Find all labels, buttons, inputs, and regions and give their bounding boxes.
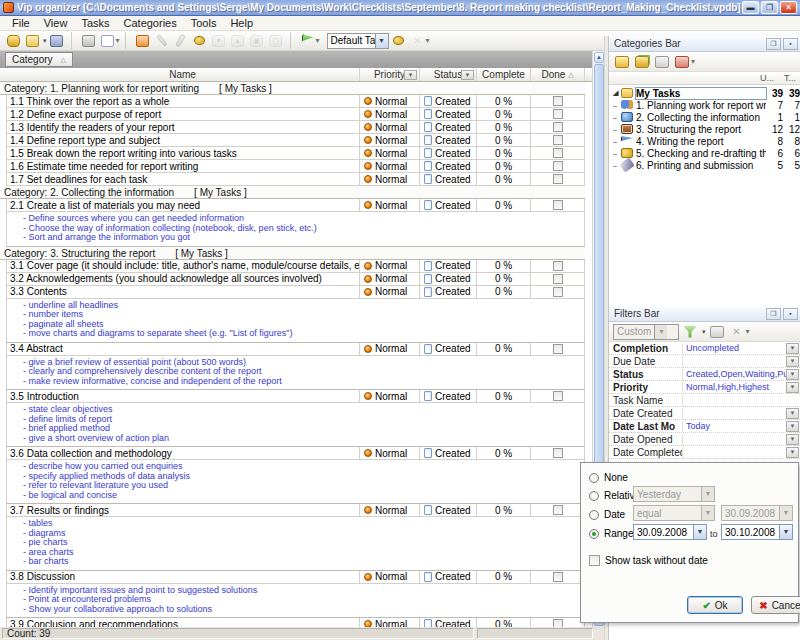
option-range[interactable]: Range bbox=[589, 528, 633, 539]
status-filter-icon[interactable]: ▼ bbox=[461, 70, 474, 80]
column-header-complete[interactable]: Complete bbox=[477, 68, 531, 81]
table-row[interactable]: 3.1 Cover page (it should include: title… bbox=[6, 260, 585, 273]
table-row[interactable]: 1.7 Set deadlines for each taskNormalCre… bbox=[6, 173, 585, 186]
done-checkbox[interactable] bbox=[553, 261, 563, 271]
collapse-panel-icon[interactable]: ▪ bbox=[783, 308, 798, 320]
task-name-cell[interactable]: 3.2 Acknowledgements (you should acknowl… bbox=[6, 273, 360, 285]
table-row[interactable]: 3.8 DiscussionNormalCreated0 % bbox=[6, 571, 585, 584]
done-checkbox[interactable] bbox=[553, 122, 563, 132]
range-to-value[interactable]: 30.10.2008 bbox=[722, 527, 779, 538]
task-status-cell[interactable]: Created bbox=[420, 121, 477, 133]
move-up-button[interactable]: ▲ bbox=[229, 32, 247, 49]
print-button[interactable] bbox=[80, 32, 98, 49]
done-checkbox[interactable] bbox=[553, 287, 563, 297]
task-done-cell[interactable] bbox=[531, 108, 585, 120]
filter-row-date-created[interactable]: Date Created▼ bbox=[609, 407, 800, 420]
task-priority-cell[interactable]: Normal bbox=[360, 199, 420, 211]
radio-icon[interactable] bbox=[589, 510, 599, 520]
chevron-down-icon[interactable]: ▼ bbox=[779, 525, 792, 539]
close-button[interactable]: ✕ bbox=[780, 1, 797, 14]
table-row[interactable]: 3.6 Data collection and methodologyNorma… bbox=[6, 447, 585, 460]
filter-row-task-name[interactable]: Task Name bbox=[609, 394, 800, 407]
task-priority-cell[interactable]: Normal bbox=[360, 108, 420, 120]
task-status-cell[interactable]: Created bbox=[420, 260, 477, 272]
task-name-cell[interactable]: 3.1 Cover page (it should include: title… bbox=[6, 260, 360, 272]
table-row[interactable]: 1.1 Think over the report as a wholeNorm… bbox=[6, 95, 585, 108]
task-done-cell[interactable] bbox=[531, 199, 585, 211]
task-status-cell[interactable]: Created bbox=[420, 343, 477, 355]
task-priority-cell[interactable]: Normal bbox=[360, 571, 420, 583]
task-priority-cell[interactable]: Normal bbox=[360, 273, 420, 285]
chevron-down-icon[interactable]: ▼ bbox=[786, 447, 799, 458]
task-name-cell[interactable]: 3.9 Conclusion and recommendations bbox=[6, 618, 360, 627]
task-done-cell[interactable] bbox=[531, 390, 585, 402]
task-name-cell[interactable]: 3.5 Introduction bbox=[6, 390, 360, 402]
done-checkbox[interactable] bbox=[553, 135, 563, 145]
task-complete-cell[interactable]: 0 % bbox=[477, 95, 531, 107]
task-status-cell[interactable]: Created bbox=[420, 134, 477, 146]
edit-task-button[interactable] bbox=[153, 32, 171, 49]
task-name-cell[interactable]: 3.8 Discussion bbox=[6, 571, 360, 583]
checkbox-icon[interactable] bbox=[589, 555, 600, 566]
table-row[interactable]: 3.9 Conclusion and recommendationsNormal… bbox=[6, 618, 585, 627]
filter-value[interactable]: Created,Open,Waiting,Put On Hold,Ca bbox=[683, 369, 786, 379]
task-name-cell[interactable]: 1.5 Break down the report writing into v… bbox=[6, 147, 360, 159]
task-done-cell[interactable] bbox=[531, 286, 585, 298]
task-done-cell[interactable] bbox=[531, 173, 585, 185]
task-priority-cell[interactable]: Normal bbox=[360, 160, 420, 172]
task-status-cell[interactable]: Created bbox=[420, 199, 477, 211]
task-complete-cell[interactable]: 0 % bbox=[477, 286, 531, 298]
sidebar-item-4-writing-the-report[interactable]: –4. Writing the report88 bbox=[609, 135, 800, 147]
task-done-cell[interactable] bbox=[531, 618, 585, 627]
task-priority-cell[interactable]: Normal bbox=[360, 134, 420, 146]
sidebar-item-3-structuring-the-report[interactable]: –3. Structuring the report1212 bbox=[609, 123, 800, 135]
task-status-cell[interactable]: Created bbox=[420, 286, 477, 298]
task-status-cell[interactable]: Created bbox=[420, 571, 477, 583]
range-from-combo[interactable]: 30.09.2008 ▼ bbox=[633, 524, 707, 540]
ok-button[interactable]: ✔ Ok bbox=[687, 596, 743, 614]
move-down-button[interactable]: ▼ bbox=[210, 32, 228, 49]
task-status-cell[interactable]: Created bbox=[420, 108, 477, 120]
dock-panel-icon[interactable]: ❐ bbox=[766, 308, 781, 320]
table-row[interactable]: 1.5 Break down the report writing into v… bbox=[6, 147, 585, 160]
categories-toolbar-overflow-icon[interactable]: ▾ bbox=[691, 57, 695, 66]
sidebar-item-6-printing-and-submission[interactable]: –6. Printing and submission55 bbox=[609, 159, 800, 171]
task-complete-cell[interactable]: 0 % bbox=[477, 618, 531, 627]
task-complete-cell[interactable]: 0 % bbox=[477, 390, 531, 402]
complete-task-button[interactable] bbox=[172, 32, 190, 49]
category-group-row[interactable]: Category: 3. Structuring the report[ My … bbox=[0, 247, 585, 260]
restore-button[interactable]: ❐ bbox=[761, 1, 778, 14]
clear-filter-button[interactable]: ✕ bbox=[728, 323, 746, 340]
table-row[interactable]: 1.6 Estimate time needed for report writ… bbox=[6, 160, 585, 173]
tree-column-uncompleted[interactable]: U... bbox=[760, 73, 774, 83]
tree-column-total[interactable]: T... bbox=[784, 73, 796, 83]
done-checkbox[interactable] bbox=[553, 505, 563, 515]
task-done-cell[interactable] bbox=[531, 504, 585, 516]
range-to-combo[interactable]: 30.10.2008 ▼ bbox=[721, 524, 793, 540]
toolbar-overflow-icon[interactable]: ▾ bbox=[426, 36, 430, 45]
task-done-cell[interactable] bbox=[531, 147, 585, 159]
done-checkbox[interactable] bbox=[553, 200, 563, 210]
task-done-cell[interactable] bbox=[531, 273, 585, 285]
table-row[interactable]: 2.1 Create a list of materials you may n… bbox=[6, 199, 585, 212]
sidebar-item-my-tasks[interactable]: ◢My Tasks3939 bbox=[609, 87, 800, 99]
filter-row-priority[interactable]: PriorityNormal,High,Highest▼ bbox=[609, 381, 800, 394]
task-status-cell[interactable]: Created bbox=[420, 173, 477, 185]
done-checkbox[interactable] bbox=[553, 619, 563, 627]
demote-button[interactable]: ▣ bbox=[248, 32, 266, 49]
task-status-cell[interactable]: Created bbox=[420, 95, 477, 107]
task-complete-cell[interactable]: 0 % bbox=[477, 147, 531, 159]
task-status-cell[interactable]: Created bbox=[420, 504, 477, 516]
done-checkbox[interactable] bbox=[553, 448, 563, 458]
table-row[interactable]: 1.3 Identify the readers of your reportN… bbox=[6, 121, 585, 134]
edit-filter-button[interactable] bbox=[708, 323, 726, 340]
done-checkbox[interactable] bbox=[553, 109, 563, 119]
task-name-cell[interactable]: 1.6 Estimate time needed for report writ… bbox=[6, 160, 360, 172]
add-category-button[interactable] bbox=[613, 53, 631, 70]
task-name-cell[interactable]: 1.1 Think over the report as a whole bbox=[6, 95, 360, 107]
task-done-cell[interactable] bbox=[531, 447, 585, 459]
task-name-cell[interactable]: 3.4 Abstract bbox=[6, 343, 360, 355]
promote-button[interactable]: ▢ bbox=[267, 32, 285, 49]
task-priority-cell[interactable]: Normal bbox=[360, 286, 420, 298]
chevron-down-icon[interactable]: ▼ bbox=[786, 408, 799, 419]
